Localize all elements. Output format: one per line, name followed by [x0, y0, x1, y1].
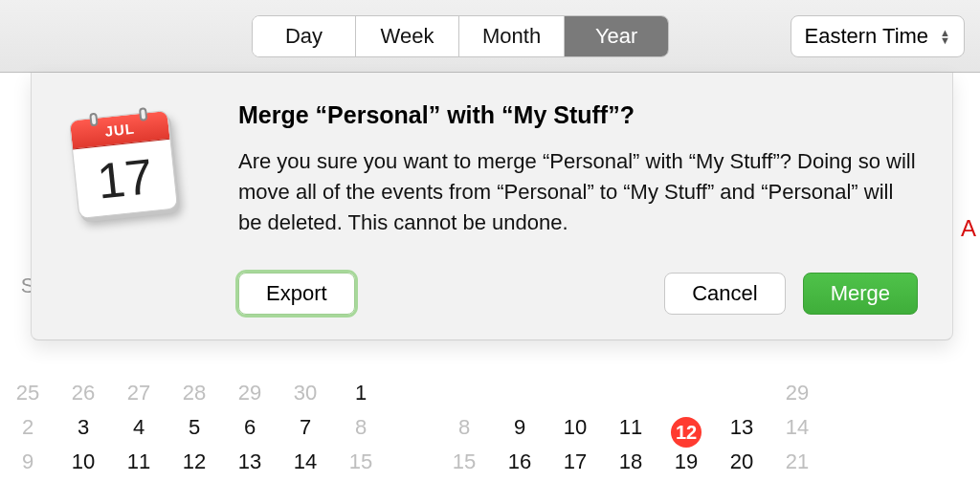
timezone-selector[interactable]: Eastern Time ▲▼: [791, 15, 966, 57]
day-cell: 8: [436, 415, 492, 449]
day-cell: [436, 346, 492, 381]
day-cell: 19: [658, 449, 714, 482]
toolbar: Day Week Month Year Eastern Time ▲▼: [0, 0, 980, 73]
day-cell: 6: [222, 415, 278, 449]
view-segmented-control: Day Week Month Year: [252, 15, 669, 57]
day-cell: [56, 346, 111, 381]
day-cell: 16: [492, 449, 547, 482]
day-cell: 26: [56, 381, 111, 415]
month-header-partial: A: [961, 215, 976, 242]
day-cell: 11: [111, 449, 167, 482]
today-marker: 12: [658, 415, 714, 449]
icon-day-label: 17: [73, 140, 177, 218]
day-cell: 20: [714, 449, 769, 482]
day-cell: 3: [56, 415, 111, 449]
day-cell: 29: [769, 381, 825, 415]
day-cell: [714, 381, 769, 415]
timezone-label: Eastern Time: [805, 24, 929, 49]
day-cell: 2: [0, 415, 56, 449]
merge-dialog: JUL 17 Merge “Personal” with “My Stuff”?…: [31, 73, 953, 340]
day-cell: [769, 346, 825, 381]
day-cell: [603, 346, 658, 381]
view-week[interactable]: Week: [356, 16, 459, 56]
day-cell: 5: [167, 415, 222, 449]
day-cell: [167, 346, 222, 381]
day-cell: 14: [278, 449, 333, 482]
export-button[interactable]: Export: [238, 273, 355, 315]
day-cell: 10: [56, 449, 111, 482]
view-day[interactable]: Day: [253, 16, 356, 56]
day-cell: [547, 346, 603, 381]
day-cell: [222, 346, 278, 381]
day-cell: [436, 381, 492, 415]
day-cell: 30: [278, 381, 333, 415]
day-cell: 11: [603, 415, 658, 449]
cancel-button[interactable]: Cancel: [664, 273, 785, 315]
day-cell: 9: [492, 415, 547, 449]
day-cell: [547, 381, 603, 415]
dialog-title: Merge “Personal” with “My Stuff”?: [238, 101, 918, 129]
day-cell: [603, 381, 658, 415]
day-cell: 18: [603, 449, 658, 482]
day-cell: 8: [333, 415, 389, 449]
day-cell: 13: [222, 449, 278, 482]
day-cell: 17: [547, 449, 603, 482]
dialog-body: Are you sure you want to merge “Personal…: [238, 146, 918, 238]
merge-button[interactable]: Merge: [803, 273, 918, 315]
day-cell: 29: [222, 381, 278, 415]
day-cell: [714, 346, 769, 381]
day-cell: 28: [167, 381, 222, 415]
day-cell: 7: [278, 415, 333, 449]
day-cell: 15: [436, 449, 492, 482]
day-cell: 9: [0, 449, 56, 482]
day-cell: 10: [547, 415, 603, 449]
view-month[interactable]: Month: [459, 16, 565, 56]
day-cell: [492, 346, 547, 381]
day-cell: 14: [769, 415, 825, 449]
day-cell: 1: [333, 381, 389, 415]
day-cell: [111, 346, 167, 381]
day-cell: 4: [111, 415, 167, 449]
day-cell: [658, 381, 714, 415]
calendar-app-icon: JUL 17: [60, 101, 187, 228]
day-cell: 13: [714, 415, 769, 449]
day-cell: 25: [0, 381, 56, 415]
day-cell: 15: [333, 449, 389, 482]
day-cell: 12: [167, 449, 222, 482]
day-cell: [658, 346, 714, 381]
day-cell: [333, 346, 389, 381]
day-cell: 21: [769, 449, 825, 482]
day-cell: [278, 346, 333, 381]
view-year[interactable]: Year: [565, 16, 668, 56]
stepper-icon: ▲▼: [940, 29, 950, 44]
day-cell: [0, 346, 56, 381]
day-cell: 27: [111, 381, 167, 415]
day-cell: [492, 381, 547, 415]
